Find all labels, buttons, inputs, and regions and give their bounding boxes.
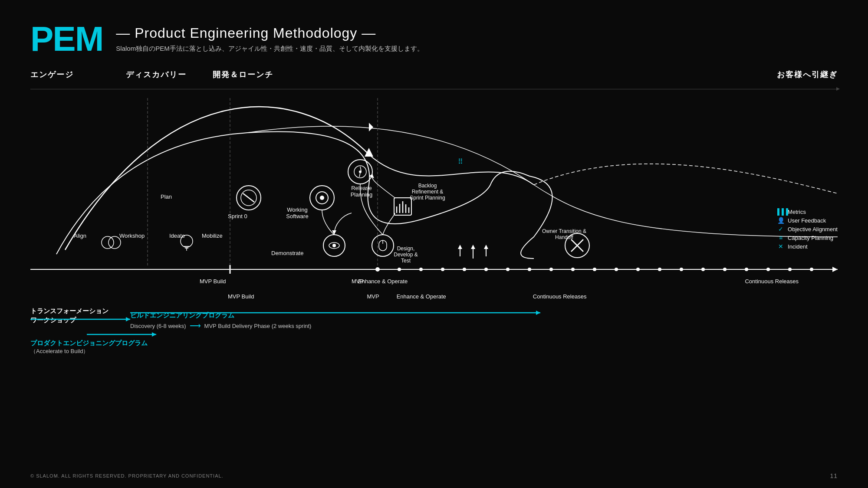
svg-point-37 xyxy=(375,267,380,272)
check-icon: ✓ xyxy=(777,226,784,233)
metric-metrics: ▌▌▌ Metrics xyxy=(777,208,838,215)
timeline-row2: MVP Build MVP Enhance & Operate Continuo… xyxy=(30,291,838,302)
metric-capacity: ≡ Capacity Planning xyxy=(777,234,838,241)
svg-point-39 xyxy=(419,268,423,271)
design-develop-test-label: Design, Develop & Test xyxy=(386,246,425,264)
metric-incident: ✕ Incident xyxy=(777,243,838,250)
footer: © SLALOM. ALL RIGHTS RESERVED. PROPRIETA… xyxy=(30,472,838,479)
svg-point-53 xyxy=(723,268,727,271)
svg-marker-33 xyxy=(369,123,373,131)
working-software-label: Working Software xyxy=(280,206,315,219)
svg-point-48 xyxy=(615,268,618,271)
svg-marker-72 xyxy=(126,317,130,321)
metric-alignment: ✓ Objective Alignment xyxy=(777,226,838,233)
ideate-label: Ideate xyxy=(169,233,185,239)
phase-divider xyxy=(30,89,838,89)
svg-point-45 xyxy=(549,268,553,271)
mvp-build-label2: MVP Build xyxy=(228,293,254,300)
phase-dev-label: 開発＆ローンチ xyxy=(213,69,273,80)
enhance-operate-label2: Enhance & Operate xyxy=(397,293,446,300)
svg-point-54 xyxy=(745,268,748,271)
header: PEM — Product Engineering Methodology — … xyxy=(30,22,838,56)
owner-transition-label: Owner Transition & Handoff xyxy=(532,228,597,240)
svg-point-42 xyxy=(484,268,488,271)
svg-point-65 xyxy=(108,236,121,249)
svg-line-14 xyxy=(359,173,360,177)
backlog-refinement-label: Backlog Refinement & Sprint Planning xyxy=(401,183,454,201)
user-feedback-icon: 👤 xyxy=(777,217,784,224)
workshop-label: Workshop xyxy=(119,233,145,239)
svg-marker-76 xyxy=(152,332,156,337)
svg-marker-0 xyxy=(365,148,373,157)
svg-line-13 xyxy=(360,167,361,171)
header-text: — Product Engineering Methodology — Slal… xyxy=(116,22,423,53)
mvp-build-label: MVP Build xyxy=(200,278,226,285)
continuous-releases-label2: Continuous Releases xyxy=(533,293,587,300)
metric-feedback: 👤 User Feedback xyxy=(777,217,838,224)
svg-point-51 xyxy=(680,268,683,271)
svg-point-38 xyxy=(398,268,401,271)
header-subtitle: Slalom独自のPEM手法に落とし込み、アジャイル性・共創性・速度・品質、そし… xyxy=(116,45,423,53)
svg-point-55 xyxy=(766,268,770,271)
phase-engage-label: エンゲージ xyxy=(30,69,74,80)
diagram-area: › xyxy=(30,98,838,280)
copyright-text: © SLALOM. ALL RIGHTS RESERVED. PROPRIETA… xyxy=(30,473,224,478)
mvp-label2: MVP xyxy=(367,293,379,300)
pem-logo: PEM xyxy=(30,22,103,56)
phase-handoff-label: お客様へ引継ぎ xyxy=(777,69,838,80)
layers-icon: ≡ xyxy=(777,234,784,241)
svg-text:⠿: ⠿ xyxy=(458,158,463,165)
align-label: Align xyxy=(74,233,86,239)
svg-point-15 xyxy=(359,170,362,173)
enhance-operate-label: Enhance & Operate xyxy=(358,278,408,285)
svg-point-47 xyxy=(593,268,596,271)
programs-svg xyxy=(30,306,838,350)
svg-point-40 xyxy=(441,268,444,271)
svg-point-43 xyxy=(506,268,510,271)
svg-marker-35 xyxy=(832,267,838,272)
mobilize-label: Mobilize xyxy=(202,233,223,239)
svg-point-57 xyxy=(810,268,813,271)
svg-point-52 xyxy=(701,268,705,271)
svg-line-6 xyxy=(243,193,254,202)
sprint0-label: Sprint 0 xyxy=(228,213,247,219)
svg-point-50 xyxy=(658,268,661,271)
svg-point-64 xyxy=(102,236,114,249)
timeline-labels: MVP Build MVP Enhance & Operate Continuo… xyxy=(30,278,838,291)
metrics-list: ▌▌▌ Metrics 👤 User Feedback ✓ Objective … xyxy=(777,208,838,252)
release-planning-label: Release Planning xyxy=(342,185,381,198)
page-number: 11 xyxy=(830,472,838,479)
svg-point-10 xyxy=(320,196,324,200)
svg-point-46 xyxy=(571,268,575,271)
svg-point-49 xyxy=(636,268,640,271)
demonstrate-label: Demonstrate xyxy=(271,250,303,256)
svg-point-41 xyxy=(463,268,466,271)
phases-row: エンゲージ ディスカバリー 開発＆ローンチ お客様へ引継ぎ xyxy=(30,69,838,87)
continuous-releases-label: Continuous Releases xyxy=(745,278,799,285)
svg-point-44 xyxy=(528,268,531,271)
plan-label: Plan xyxy=(161,193,172,200)
metrics-chart-icon: ▌▌▌ xyxy=(777,208,784,215)
phase-discovery-label: ディスカバリー xyxy=(126,69,187,80)
svg-point-21 xyxy=(332,244,336,247)
svg-point-56 xyxy=(788,268,792,271)
svg-marker-74 xyxy=(536,311,540,315)
header-title: — Product Engineering Methodology — xyxy=(116,25,423,41)
svg-marker-61 xyxy=(471,245,475,249)
programs-section: トランスフォーメーション ワークショップ ビルドエンジニアリングプログラム Di… xyxy=(30,306,838,355)
x-icon: ✕ xyxy=(777,243,784,250)
svg-marker-63 xyxy=(484,245,488,249)
svg-marker-59 xyxy=(458,245,462,249)
